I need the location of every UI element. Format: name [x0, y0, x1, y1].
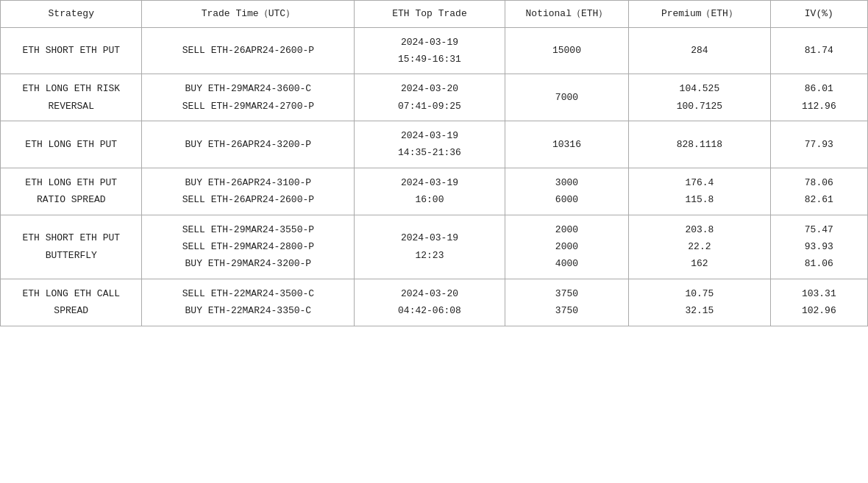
cell-iv: 75.4793.9381.06	[770, 215, 867, 279]
header-iv: IV(%)	[770, 1, 867, 28]
cell-trade: SELL ETH-26APR24-2600-P	[142, 27, 355, 74]
cell-premium: 104.525100.7125	[629, 74, 770, 121]
cell-time: 2024-03-1914:35-21:36	[355, 121, 505, 168]
cell-strategy: ETH SHORT ETH PUTBUTTERFLY	[1, 215, 142, 279]
header-strategy: Strategy	[1, 1, 142, 28]
header-notional: Notional（ETH）	[505, 1, 628, 28]
cell-strategy: ETH SHORT ETH PUT	[1, 27, 142, 74]
header-trade-time: Trade Time（UTC）	[142, 1, 355, 28]
cell-iv: 103.31102.96	[770, 279, 867, 326]
cell-time: 2024-03-1915:49-16:31	[355, 27, 505, 74]
cell-iv: 78.0682.61	[770, 168, 867, 215]
cell-trade: SELL ETH-29MAR24-3550-PSELL ETH-29MAR24-…	[142, 215, 355, 279]
cell-premium: 828.1118	[629, 121, 770, 168]
header-premium: Premium（ETH）	[629, 1, 770, 28]
cell-notional: 200020004000	[505, 215, 628, 279]
cell-trade: BUY ETH-26APR24-3200-P	[142, 121, 355, 168]
main-table-container: Strategy Trade Time（UTC） ETH Top Trade N…	[0, 0, 868, 326]
cell-notional: 10316	[505, 121, 628, 168]
cell-trade: BUY ETH-29MAR24-3600-CSELL ETH-29MAR24-2…	[142, 74, 355, 121]
cell-premium: 284	[629, 27, 770, 74]
cell-premium: 203.822.2162	[629, 215, 770, 279]
cell-notional: 30006000	[505, 168, 628, 215]
cell-time: 2024-03-1916:00	[355, 168, 505, 215]
cell-premium: 176.4115.8	[629, 168, 770, 215]
cell-notional: 7000	[505, 74, 628, 121]
cell-notional: 15000	[505, 27, 628, 74]
table-row: ETH LONG ETH PUTRATIO SPREADBUY ETH-26AP…	[1, 168, 868, 215]
table-row: ETH LONG ETH CALLSPREADSELL ETH-22MAR24-…	[1, 279, 868, 326]
table-body: ETH SHORT ETH PUTSELL ETH-26APR24-2600-P…	[1, 27, 868, 326]
cell-trade: BUY ETH-26APR24-3100-PSELL ETH-26APR24-2…	[142, 168, 355, 215]
table-row: ETH SHORT ETH PUTBUTTERFLYSELL ETH-29MAR…	[1, 215, 868, 279]
header-eth-top-trade: ETH Top Trade	[355, 1, 505, 28]
cell-iv: 81.74	[770, 27, 867, 74]
header-row: Strategy Trade Time（UTC） ETH Top Trade N…	[1, 1, 868, 28]
cell-iv: 77.93	[770, 121, 867, 168]
cell-iv: 86.01112.96	[770, 74, 867, 121]
cell-strategy: ETH LONG ETH PUT	[1, 121, 142, 168]
table-row: ETH SHORT ETH PUTSELL ETH-26APR24-2600-P…	[1, 27, 868, 74]
cell-time: 2024-03-1912:23	[355, 215, 505, 279]
cell-strategy: ETH LONG ETH PUTRATIO SPREAD	[1, 168, 142, 215]
table-row: ETH LONG ETH PUTBUY ETH-26APR24-3200-P20…	[1, 121, 868, 168]
cell-trade: SELL ETH-22MAR24-3500-CBUY ETH-22MAR24-3…	[142, 279, 355, 326]
cell-time: 2024-03-2007:41-09:25	[355, 74, 505, 121]
trades-table: Strategy Trade Time（UTC） ETH Top Trade N…	[0, 0, 868, 326]
cell-time: 2024-03-2004:42-06:08	[355, 279, 505, 326]
cell-premium: 10.7532.15	[629, 279, 770, 326]
cell-strategy: ETH LONG ETH RISKREVERSAL	[1, 74, 142, 121]
cell-notional: 37503750	[505, 279, 628, 326]
table-row: ETH LONG ETH RISKREVERSALBUY ETH-29MAR24…	[1, 74, 868, 121]
cell-strategy: ETH LONG ETH CALLSPREAD	[1, 279, 142, 326]
